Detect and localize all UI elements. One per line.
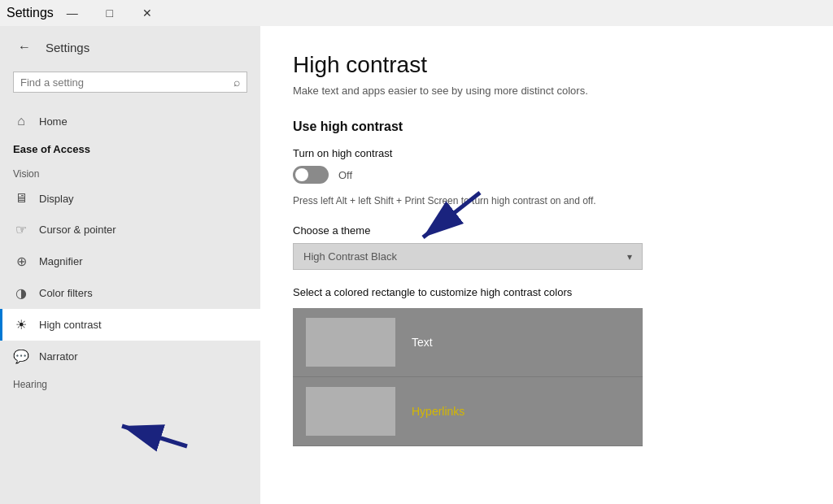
back-button[interactable]: ← xyxy=(13,36,36,59)
search-input[interactable] xyxy=(20,76,229,89)
hearing-section-title: Hearing xyxy=(0,372,260,393)
sidebar-item-label: High contrast xyxy=(39,319,102,331)
sidebar-header: ← Settings xyxy=(0,26,260,68)
sidebar-item-home[interactable]: ⌂ Home xyxy=(0,106,260,137)
color-preview-panel: Text Hyperlinks xyxy=(293,308,643,446)
content-area: High contrast Make text and apps easier … xyxy=(260,26,833,504)
close-button[interactable]: ✕ xyxy=(129,0,166,26)
toggle-control-label: Turn on high contrast xyxy=(293,147,800,159)
toggle-row: Off xyxy=(293,166,800,184)
sidebar-item-cursor[interactable]: ☞ Cursor & pointer xyxy=(0,214,260,245)
sidebar-item-label: Cursor & pointer xyxy=(39,224,116,236)
high-contrast-toggle[interactable] xyxy=(293,166,329,184)
text-color-rect[interactable] xyxy=(306,318,395,367)
hyperlinks-color-rect[interactable] xyxy=(306,387,395,436)
maximize-button[interactable]: □ xyxy=(91,0,129,26)
search-icon: ⌕ xyxy=(233,76,240,89)
sidebar-item-highcontrast[interactable]: ☀ High contrast xyxy=(0,309,260,341)
use-section-heading: Use high contrast xyxy=(293,119,800,134)
app-title: Settings xyxy=(46,41,89,54)
sidebar-item-label: Magnifier xyxy=(39,255,82,267)
toggle-knob xyxy=(295,168,308,181)
sidebar-item-label: Home xyxy=(39,115,68,128)
page-subtitle: Make text and apps easier to see by usin… xyxy=(293,85,800,97)
sidebar-item-label: Narrator xyxy=(39,350,78,363)
text-color-label: Text xyxy=(412,336,433,349)
sidebar-item-label: Display xyxy=(39,193,74,205)
sidebar-item-display[interactable]: 🖥 Display xyxy=(0,183,260,214)
search-box[interactable]: ⌕ xyxy=(13,72,247,93)
select-colors-label: Select a colored rectangle to customize … xyxy=(293,286,800,298)
sidebar: ← Settings ⌕ ⌂ Home Ease of Access Visio… xyxy=(0,26,260,504)
dropdown-value: High Contrast Black xyxy=(303,250,397,263)
titlebar-controls: — □ ✕ xyxy=(54,0,166,26)
colorfilters-icon: ◑ xyxy=(13,285,29,301)
toggle-state-label: Off xyxy=(338,169,352,181)
ease-of-access-heading: Ease of Access xyxy=(0,137,260,162)
toggle-hint-text: Press left Alt + left Shift + Print Scre… xyxy=(293,193,635,208)
color-row-hyperlinks[interactable]: Hyperlinks xyxy=(293,377,643,446)
sidebar-item-magnifier[interactable]: ⊕ Magnifier xyxy=(0,245,260,277)
theme-dropdown[interactable]: High Contrast Black ▾ xyxy=(293,243,643,270)
choose-theme-label: Choose a theme xyxy=(293,224,800,237)
page-title: High contrast xyxy=(293,52,800,78)
sidebar-item-narrator[interactable]: 💬 Narrator xyxy=(0,341,260,372)
minimize-button[interactable]: — xyxy=(54,0,91,26)
cursor-icon: ☞ xyxy=(13,222,29,237)
titlebar: Settings — □ ✕ xyxy=(0,0,833,26)
narrator-icon: 💬 xyxy=(13,349,29,364)
sidebar-item-label: Color filters xyxy=(39,287,93,299)
color-row-text[interactable]: Text xyxy=(293,308,643,377)
home-icon: ⌂ xyxy=(13,114,29,128)
hyperlinks-color-label: Hyperlinks xyxy=(412,405,464,418)
highcontrast-icon: ☀ xyxy=(13,317,29,332)
magnifier-icon: ⊕ xyxy=(13,254,29,269)
sidebar-item-colorfilters[interactable]: ◑ Color filters xyxy=(0,277,260,309)
titlebar-title: Settings xyxy=(7,6,54,20)
chevron-down-icon: ▾ xyxy=(627,251,632,263)
display-icon: 🖥 xyxy=(13,191,29,206)
vision-section-title: Vision xyxy=(0,162,260,183)
